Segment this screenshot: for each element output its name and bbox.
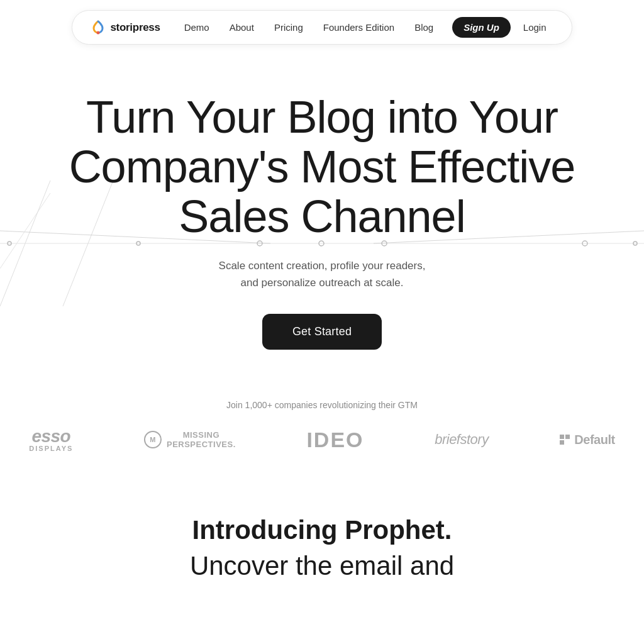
svg-rect-15 (565, 435, 570, 439)
logo-icon (90, 19, 106, 36)
social-proof-section: Join 1,000+ companies revolutionizing th… (0, 375, 644, 465)
hero-content: Turn Your Blog into Your Company's Most … (50, 92, 594, 350)
prophet-section: Introducing Prophet. Uncover the email a… (0, 465, 644, 607)
nav-actions: Sign Up Login (452, 17, 553, 38)
hero-section: Turn Your Blog into Your Company's Most … (0, 55, 644, 375)
svg-point-11 (633, 242, 637, 245)
nav-link-demo[interactable]: Demo (175, 18, 218, 36)
missing-circle-icon: M (144, 431, 162, 448)
logo-missing-perspectives: M MISSING PERSPECTIVES. (144, 430, 236, 449)
navbar: storipress Demo About Pricing Founders E… (0, 0, 644, 55)
prophet-title: Introducing Prophet. (50, 515, 594, 545)
svg-line-13 (0, 193, 50, 269)
logo-ideo: IDEO (306, 428, 364, 452)
logo-text: storipress (110, 21, 160, 34)
logo-default: Default (559, 433, 614, 447)
nav-link-founders[interactable]: Founders Edition (314, 18, 403, 36)
logo[interactable]: storipress (90, 19, 160, 36)
svg-rect-14 (560, 435, 564, 439)
signup-button[interactable]: Sign Up (452, 17, 511, 38)
svg-point-0 (97, 31, 100, 34)
svg-line-1 (0, 180, 50, 306)
cta-get-started-button[interactable]: Get Started (262, 314, 382, 350)
nav-link-blog[interactable]: Blog (406, 18, 442, 36)
login-button[interactable]: Login (516, 17, 554, 38)
prophet-subtitle: Uncover the email and (50, 550, 594, 582)
navigation: storipress Demo About Pricing Founders E… (72, 10, 572, 45)
logos-row: esso DISPLAYS M MISSING PERSPECTIVES. ID… (0, 428, 644, 452)
nav-links: Demo About Pricing Founders Edition Blog (175, 18, 443, 36)
hero-title: Turn Your Blog into Your Company's Most … (50, 92, 594, 242)
logo-esso: esso DISPLAYS (29, 428, 73, 452)
hero-subtitle: Scale content creation, profile your rea… (50, 257, 594, 291)
logo-briefstory: briefstory (435, 431, 488, 448)
nav-link-pricing[interactable]: Pricing (265, 18, 312, 36)
svg-point-12 (8, 242, 11, 245)
social-proof-text: Join 1,000+ companies revolutionizing th… (0, 400, 644, 410)
svg-rect-16 (560, 440, 564, 445)
default-logo-icon (559, 434, 570, 445)
nav-link-about[interactable]: About (221, 18, 263, 36)
